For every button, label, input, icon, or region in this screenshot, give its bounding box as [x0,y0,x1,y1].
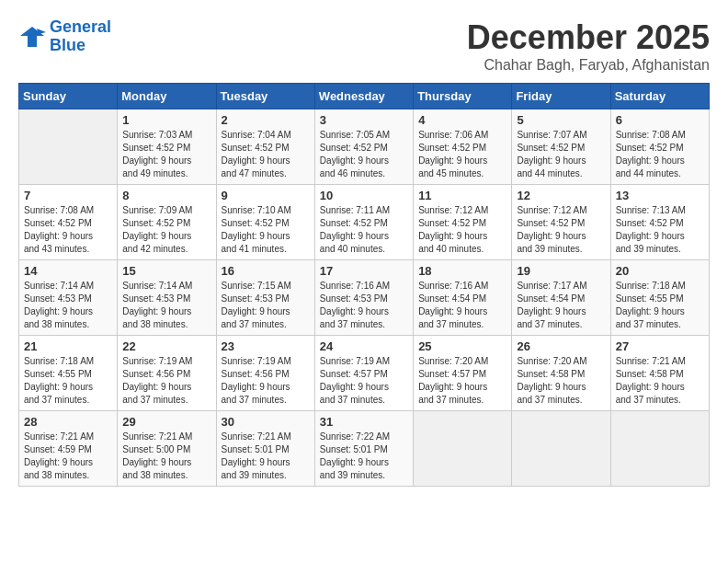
calendar-cell: 6Sunrise: 7:08 AM Sunset: 4:52 PM Daylig… [610,109,709,185]
day-number: 14 [24,264,112,278]
column-header-monday: Monday [118,84,216,109]
day-number: 12 [517,189,605,202]
page-header: GeneralBlue December 2025 Chahar Bagh, F… [18,18,710,74]
day-info: Sunrise: 7:03 AM Sunset: 4:52 PM Dayligh… [122,129,210,180]
calendar-cell: 23Sunrise: 7:19 AM Sunset: 4:56 PM Dayli… [216,336,314,411]
logo-text: GeneralBlue [50,18,111,55]
day-info: Sunrise: 7:07 AM Sunset: 4:52 PM Dayligh… [517,129,605,180]
logo: GeneralBlue [18,18,111,55]
day-number: 10 [320,189,408,202]
day-info: Sunrise: 7:21 AM Sunset: 4:59 PM Dayligh… [24,431,112,482]
day-info: Sunrise: 7:20 AM Sunset: 4:58 PM Dayligh… [517,355,605,407]
day-info: Sunrise: 7:18 AM Sunset: 4:55 PM Dayligh… [616,280,704,331]
calendar-cell: 15Sunrise: 7:14 AM Sunset: 4:53 PM Dayli… [118,260,216,336]
day-info: Sunrise: 7:11 AM Sunset: 4:52 PM Dayligh… [320,204,408,256]
day-number: 29 [122,415,210,429]
day-number: 28 [24,415,112,429]
calendar-cell: 25Sunrise: 7:20 AM Sunset: 4:57 PM Dayli… [414,336,512,411]
day-info: Sunrise: 7:20 AM Sunset: 4:57 PM Dayligh… [418,355,506,407]
day-info: Sunrise: 7:12 AM Sunset: 4:52 PM Dayligh… [517,204,605,256]
calendar-cell: 1Sunrise: 7:03 AM Sunset: 4:52 PM Daylig… [118,109,216,185]
calendar-cell: 5Sunrise: 7:07 AM Sunset: 4:52 PM Daylig… [512,109,610,185]
day-info: Sunrise: 7:21 AM Sunset: 5:01 PM Dayligh… [222,431,310,482]
calendar-cell: 29Sunrise: 7:21 AM Sunset: 5:00 PM Dayli… [118,411,216,487]
day-number: 11 [418,189,506,202]
calendar-week-3: 14Sunrise: 7:14 AM Sunset: 4:53 PM Dayli… [19,260,710,336]
day-number: 13 [616,189,704,202]
day-info: Sunrise: 7:19 AM Sunset: 4:56 PM Dayligh… [222,355,310,407]
day-number: 4 [418,113,506,127]
day-info: Sunrise: 7:22 AM Sunset: 5:01 PM Dayligh… [320,431,408,482]
calendar-cell: 2Sunrise: 7:04 AM Sunset: 4:52 PM Daylig… [216,109,314,185]
day-number: 25 [418,339,506,353]
column-header-saturday: Saturday [610,84,709,109]
calendar-week-2: 7Sunrise: 7:08 AM Sunset: 4:52 PM Daylig… [19,185,710,260]
calendar-cell: 14Sunrise: 7:14 AM Sunset: 4:53 PM Dayli… [19,260,118,336]
calendar-cell: 18Sunrise: 7:16 AM Sunset: 4:54 PM Dayli… [414,260,512,336]
calendar-cell: 16Sunrise: 7:15 AM Sunset: 4:53 PM Dayli… [216,260,314,336]
day-info: Sunrise: 7:21 AM Sunset: 4:58 PM Dayligh… [616,355,704,407]
day-number: 17 [320,264,408,278]
day-number: 3 [320,113,408,127]
column-header-sunday: Sunday [19,84,118,109]
day-number: 6 [616,113,704,127]
day-info: Sunrise: 7:18 AM Sunset: 4:55 PM Dayligh… [24,355,112,407]
day-number: 15 [122,264,210,278]
column-header-wednesday: Wednesday [314,84,413,109]
calendar-header-row: SundayMondayTuesdayWednesdayThursdayFrid… [19,84,710,109]
day-number: 21 [24,339,112,353]
calendar-cell: 30Sunrise: 7:21 AM Sunset: 5:01 PM Dayli… [216,411,314,487]
day-number: 9 [222,189,310,202]
calendar-cell: 7Sunrise: 7:08 AM Sunset: 4:52 PM Daylig… [19,185,118,260]
day-info: Sunrise: 7:14 AM Sunset: 4:53 PM Dayligh… [24,280,112,331]
calendar-cell: 19Sunrise: 7:17 AM Sunset: 4:54 PM Dayli… [512,260,610,336]
day-info: Sunrise: 7:12 AM Sunset: 4:52 PM Dayligh… [418,204,506,256]
day-number: 31 [320,415,408,429]
calendar-cell: 22Sunrise: 7:19 AM Sunset: 4:56 PM Dayli… [118,336,216,411]
calendar-cell: 31Sunrise: 7:22 AM Sunset: 5:01 PM Dayli… [314,411,413,487]
day-number: 27 [616,339,704,353]
calendar-cell [19,109,118,185]
calendar-cell: 26Sunrise: 7:20 AM Sunset: 4:58 PM Dayli… [512,336,610,411]
calendar-cell: 24Sunrise: 7:19 AM Sunset: 4:57 PM Dayli… [314,336,413,411]
day-number: 18 [418,264,506,278]
day-info: Sunrise: 7:19 AM Sunset: 4:56 PM Dayligh… [122,355,210,407]
calendar-cell: 4Sunrise: 7:06 AM Sunset: 4:52 PM Daylig… [414,109,512,185]
calendar-cell: 21Sunrise: 7:18 AM Sunset: 4:55 PM Dayli… [19,336,118,411]
day-info: Sunrise: 7:13 AM Sunset: 4:52 PM Dayligh… [616,204,704,256]
day-info: Sunrise: 7:21 AM Sunset: 5:00 PM Dayligh… [122,431,210,482]
day-info: Sunrise: 7:06 AM Sunset: 4:52 PM Dayligh… [418,129,506,180]
day-info: Sunrise: 7:10 AM Sunset: 4:52 PM Dayligh… [222,204,310,256]
calendar-cell: 13Sunrise: 7:13 AM Sunset: 4:52 PM Dayli… [610,185,709,260]
calendar-cell: 17Sunrise: 7:16 AM Sunset: 4:53 PM Dayli… [314,260,413,336]
day-number: 8 [122,189,210,202]
day-number: 2 [222,113,310,127]
main-title: December 2025 [467,18,710,57]
calendar-cell: 27Sunrise: 7:21 AM Sunset: 4:58 PM Dayli… [610,336,709,411]
column-header-friday: Friday [512,84,610,109]
day-number: 30 [222,415,310,429]
day-number: 20 [616,264,704,278]
column-header-tuesday: Tuesday [216,84,314,109]
day-info: Sunrise: 7:19 AM Sunset: 4:57 PM Dayligh… [320,355,408,407]
calendar-cell: 11Sunrise: 7:12 AM Sunset: 4:52 PM Dayli… [414,185,512,260]
day-number: 16 [222,264,310,278]
day-number: 19 [517,264,605,278]
calendar-cell [610,411,709,487]
subtitle: Chahar Bagh, Faryab, Afghanistan [467,57,710,74]
day-number: 22 [122,339,210,353]
calendar-cell: 28Sunrise: 7:21 AM Sunset: 4:59 PM Dayli… [19,411,118,487]
calendar-week-1: 1Sunrise: 7:03 AM Sunset: 4:52 PM Daylig… [19,109,710,185]
calendar-cell: 20Sunrise: 7:18 AM Sunset: 4:55 PM Dayli… [610,260,709,336]
day-number: 24 [320,339,408,353]
calendar-cell: 10Sunrise: 7:11 AM Sunset: 4:52 PM Dayli… [314,185,413,260]
day-info: Sunrise: 7:17 AM Sunset: 4:54 PM Dayligh… [517,280,605,331]
day-info: Sunrise: 7:04 AM Sunset: 4:52 PM Dayligh… [222,129,310,180]
calendar-cell: 8Sunrise: 7:09 AM Sunset: 4:52 PM Daylig… [118,185,216,260]
day-number: 23 [222,339,310,353]
calendar-week-5: 28Sunrise: 7:21 AM Sunset: 4:59 PM Dayli… [19,411,710,487]
calendar-week-4: 21Sunrise: 7:18 AM Sunset: 4:55 PM Dayli… [19,336,710,411]
day-info: Sunrise: 7:15 AM Sunset: 4:53 PM Dayligh… [222,280,310,331]
column-header-thursday: Thursday [414,84,512,109]
svg-marker-0 [20,27,44,47]
